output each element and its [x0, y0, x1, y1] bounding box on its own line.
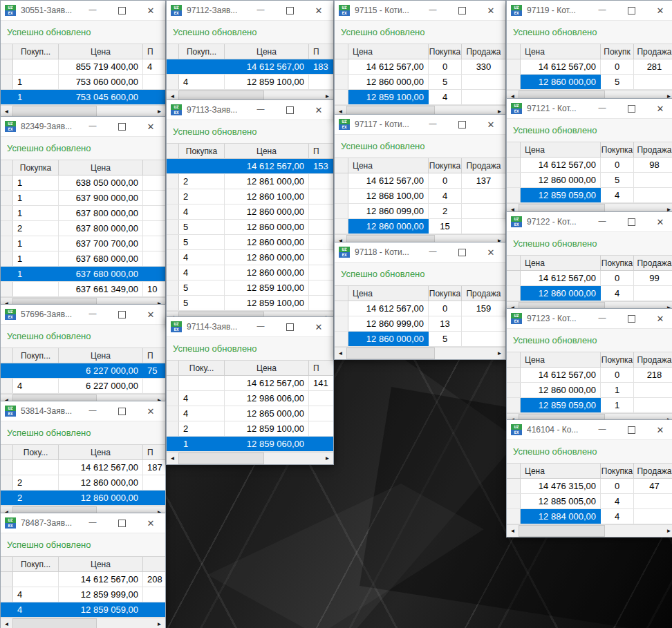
- cell-price[interactable]: 14 612 567,00: [348, 173, 429, 188]
- header-cell-price[interactable]: Цена: [348, 44, 429, 59]
- cell-buy[interactable]: [179, 376, 225, 390]
- cell-extra[interactable]: [143, 236, 165, 251]
- table-row[interactable]: 12 860 000,005: [507, 173, 672, 188]
- table-row[interactable]: 412 865 000,00: [167, 406, 333, 421]
- table-row[interactable]: 14 476 315,00047: [507, 479, 672, 494]
- table-row[interactable]: 1637 680 000,00: [1, 251, 165, 267]
- cell-extra[interactable]: 10: [143, 282, 165, 296]
- cell-price[interactable]: 12 860 000,00: [348, 75, 429, 89]
- window-titlebar[interactable]: UZEX97113-Заяв...—✕: [167, 100, 333, 120]
- cell-price[interactable]: 14 612 567,00: [521, 368, 601, 382]
- cell-price[interactable]: 14 612 567,00: [225, 159, 309, 173]
- cell-price[interactable]: 12 859 059,00: [521, 188, 601, 202]
- table-row[interactable]: 1637 800 000,00: [1, 206, 165, 221]
- row-selector-cell[interactable]: [1, 175, 13, 190]
- header-cell-price[interactable]: Цена: [521, 44, 601, 59]
- app-window-97122[interactable]: UZEX97122 - Кот...—✕Успешно обновленоЦен…: [506, 211, 672, 314]
- row-selector-cell[interactable]: [335, 59, 348, 74]
- minimize-button[interactable]: —: [418, 1, 447, 20]
- cell-price[interactable]: 12 860 000,00: [225, 220, 309, 234]
- cell-extra[interactable]: [143, 175, 165, 190]
- cell-extra[interactable]: 183: [309, 59, 333, 74]
- cell-price[interactable]: 12 860 000,00: [348, 219, 429, 234]
- table-row[interactable]: 212 859 100,00: [167, 421, 333, 437]
- cell-price[interactable]: 12 861 000,00: [225, 174, 309, 189]
- close-button[interactable]: ✕: [136, 401, 165, 421]
- header-cell-price[interactable]: Цена: [521, 464, 601, 478]
- close-button[interactable]: ✕: [304, 100, 333, 120]
- row-selector-cell[interactable]: [1, 267, 13, 281]
- cell-buy[interactable]: 0: [601, 158, 634, 172]
- app-window-57696[interactable]: UZEX57696-Заяв...—✕Успешно обновленоПоку…: [0, 304, 166, 407]
- app-window-97115[interactable]: UZEX97115 - Коти...—✕Успешно обновленоЦе…: [334, 0, 506, 118]
- cell-buy[interactable]: 1: [179, 437, 225, 451]
- cell-sell[interactable]: [462, 219, 505, 234]
- cell-buy[interactable]: 2: [179, 174, 225, 189]
- table-row[interactable]: 212 860 000,00: [1, 475, 165, 491]
- table-row[interactable]: 14 612 567,00141: [167, 376, 333, 391]
- header-cell-price[interactable]: Цена: [225, 144, 309, 158]
- cell-extra[interactable]: [143, 221, 165, 236]
- window-titlebar[interactable]: UZEX97115 - Коти...—✕: [335, 1, 505, 20]
- maximize-button[interactable]: [447, 115, 476, 134]
- cell-price[interactable]: 12 860 099,00: [348, 204, 429, 218]
- cell-buy[interactable]: 2: [429, 204, 462, 218]
- cell-buy[interactable]: 4: [13, 587, 59, 602]
- table-row[interactable]: 412 859 100,00: [167, 75, 333, 90]
- window-titlebar[interactable]: UZEX97118 - Коти...—✕: [335, 242, 505, 262]
- cell-price[interactable]: 12 859 100,00: [225, 296, 309, 310]
- cell-extra[interactable]: [143, 75, 165, 89]
- maximize-button[interactable]: [275, 1, 304, 20]
- maximize-button[interactable]: [107, 513, 136, 533]
- maximize-button[interactable]: [107, 305, 136, 324]
- cell-price[interactable]: 14 476 315,00: [521, 479, 601, 493]
- window-titlebar[interactable]: UZEX97123 - Кот...—✕: [507, 309, 672, 328]
- cell-price[interactable]: 12 859 100,00: [225, 421, 309, 436]
- cell-buy[interactable]: 4: [601, 494, 634, 508]
- row-selector-header[interactable]: [335, 44, 348, 59]
- table-row[interactable]: 512 859 100,00: [167, 280, 333, 296]
- header-cell-extra[interactable]: П: [143, 44, 165, 59]
- cell-sell[interactable]: [634, 173, 672, 187]
- row-selector-header[interactable]: [1, 445, 13, 459]
- cell-sell[interactable]: [462, 316, 505, 331]
- cell-price[interactable]: 12 868 100,00: [348, 189, 429, 203]
- window-titlebar[interactable]: UZEX57696-Заяв...—✕: [1, 305, 165, 324]
- header-cell-buy[interactable]: Поку...: [179, 361, 225, 375]
- table-row[interactable]: 14 612 567,00187: [1, 460, 165, 475]
- table-row[interactable]: 212 860 100,00: [167, 189, 333, 204]
- cell-sell[interactable]: 159: [462, 301, 505, 316]
- cell-extra[interactable]: [309, 75, 333, 89]
- table-row[interactable]: 14 612 567,00208: [1, 572, 165, 587]
- cell-price[interactable]: 12 860 000,00: [521, 173, 601, 187]
- row-selector-header[interactable]: [507, 256, 521, 270]
- scroll-track[interactable]: [519, 525, 663, 537]
- maximize-button[interactable]: [617, 420, 646, 439]
- table-row[interactable]: 12 885 005,004: [507, 494, 672, 509]
- cell-buy[interactable]: 4: [179, 265, 225, 280]
- cell-price[interactable]: 12 860 000,00: [59, 491, 143, 505]
- cell-buy[interactable]: [13, 460, 59, 475]
- cell-price[interactable]: 637 680 000,00: [59, 267, 143, 281]
- row-selector-cell[interactable]: [335, 90, 348, 104]
- close-button[interactable]: ✕: [136, 117, 165, 136]
- table-row[interactable]: 512 860 000,00: [167, 235, 333, 250]
- cell-buy[interactable]: 4: [13, 602, 59, 617]
- row-selector-cell[interactable]: [1, 251, 13, 266]
- cell-price[interactable]: 12 859 100,00: [348, 90, 429, 104]
- maximize-button[interactable]: [617, 309, 646, 328]
- table-row[interactable]: 1638 050 000,00: [1, 175, 165, 191]
- cell-sell[interactable]: [462, 90, 505, 104]
- cell-buy[interactable]: 4: [179, 406, 225, 421]
- table-row[interactable]: 14 612 567,000218: [507, 368, 672, 383]
- header-cell-price[interactable]: Цена: [348, 286, 429, 301]
- cell-sell[interactable]: 99: [634, 271, 672, 285]
- cell-sell[interactable]: [634, 188, 672, 202]
- minimize-button[interactable]: —: [246, 100, 275, 120]
- cell-extra[interactable]: [143, 206, 165, 220]
- row-selector-cell[interactable]: [335, 75, 348, 89]
- table-row[interactable]: 112 859 060,00: [167, 437, 333, 452]
- close-button[interactable]: ✕: [304, 1, 333, 20]
- cell-extra[interactable]: [309, 296, 333, 310]
- table-row[interactable]: 12 859 059,001: [507, 398, 672, 413]
